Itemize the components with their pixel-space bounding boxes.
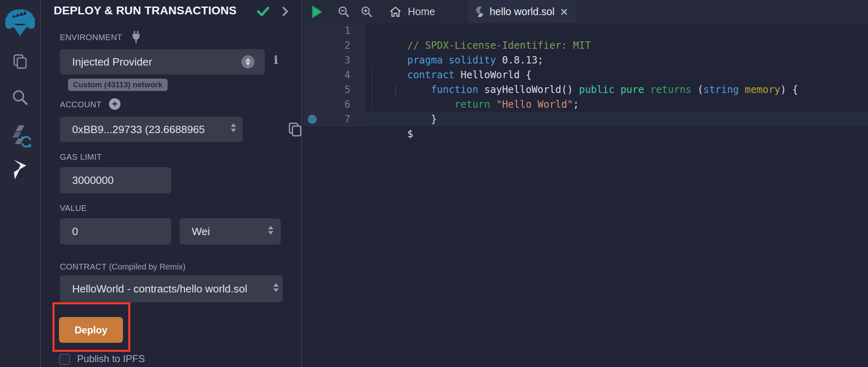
line-number: 7 [303,112,350,127]
code-token: returns [650,84,691,95]
home-tab-label: Home [408,6,435,18]
environment-select[interactable]: Injected Provider [60,49,265,75]
solidity-compiler-icon[interactable] [0,122,40,149]
plug-icon [130,30,143,44]
file-tab-label: hello world.sol [490,6,554,18]
code-line[interactable]: contract HelloWorld { [372,53,532,68]
code-line[interactable]: return "Hello World"; [372,82,579,97]
code-token [739,84,745,95]
arrow-up-icon [273,283,279,287]
account-select-stepper[interactable] [231,123,236,132]
code-token: ( [691,84,703,95]
code-token: pure [620,84,644,95]
gas-limit-label: GAS LIMIT [60,152,102,162]
value-amount: 0 [72,225,78,238]
arrow-up-icon [231,123,236,127]
zoom-out-button[interactable] [336,0,352,23]
code-token: memory [745,84,780,95]
arrow-down-icon [231,129,236,132]
line-number: 3 [303,53,350,68]
value-unit-select[interactable]: Wei [180,218,281,245]
code-token [614,84,620,95]
line-number: 5 [303,82,350,97]
solidity-file-icon [475,6,484,18]
contract-label: CONTRACT (Compiled by Remix) [60,262,186,272]
line-number: 2 [303,38,350,53]
tab-home[interactable]: Home [385,0,439,23]
arrow-up-icon [245,58,250,61]
home-icon [389,5,402,18]
remix-logo-icon[interactable] [0,2,40,38]
code-line[interactable]: } [372,97,437,112]
value-label: VALUE [60,204,87,213]
info-icon[interactable]: i [274,53,278,67]
environment-value: Injected Provider [72,56,152,68]
code-editor[interactable]: Home hello world.sol 1 2 3 4 [303,0,868,367]
search-icon[interactable] [0,88,40,107]
contract-select-stepper[interactable] [272,283,279,292]
value-input[interactable]: 0 [60,218,171,245]
current-line-highlight [366,112,868,127]
code-token: string [703,84,739,95]
account-select[interactable]: 0xBB9...29733 (23.6688965 [60,117,243,142]
arrow-down-icon [268,231,273,235]
code-token: public [579,84,615,95]
line-number: 6 [303,97,350,112]
code-token [644,84,650,95]
panel-title: DEPLOY & RUN TRANSACTIONS [54,4,236,17]
icon-rail [0,0,41,367]
copy-account-icon[interactable] [286,120,304,139]
publish-ipfs-checkbox[interactable] [59,354,70,365]
editor-tab-bar: Home hello world.sol [303,0,868,23]
code-token: $ [407,128,413,140]
play-icon [310,5,323,19]
deploy-and-run-icon[interactable] [0,158,40,181]
tab-hello-world-sol[interactable]: hello world.sol [468,0,575,23]
zoom-in-icon [360,5,374,19]
code-line[interactable]: pragma solidity 0.8.13; [372,38,543,53]
contract-label-text: CONTRACT [60,262,107,271]
remix-ide-window: DEPLOY & RUN TRANSACTIONS ENVIRONMENT In… [0,0,868,367]
code-token: "Hello World" [496,99,573,110]
check-icon [256,5,270,18]
run-script-button[interactable] [308,0,326,23]
arrow-down-icon [245,62,250,66]
close-tab-icon[interactable] [560,7,568,16]
publish-ipfs-label: Publish to IPFS [77,353,145,365]
annotation-red-box [52,302,130,352]
contract-sublabel: (Compiled by Remix) [109,262,186,271]
deploy-run-panel: DEPLOY & RUN TRANSACTIONS ENVIRONMENT In… [41,0,302,367]
zoom-out-icon [337,5,351,19]
contract-select[interactable]: HelloWorld - contracts/hello world.sol [60,275,283,302]
zoom-in-button[interactable] [359,0,375,23]
contract-value: HelloWorld - contracts/hello world.sol [72,283,247,295]
code-token: ; [573,99,579,110]
value-unit-stepper[interactable] [268,226,273,235]
arrow-down-icon [273,288,279,292]
code-line[interactable]: // SPDX-License-Identifier: MIT [372,23,591,38]
code-line[interactable]: $ [372,112,413,127]
value-unit: Wei [192,225,210,238]
network-badge: Custom (43113) network [68,79,168,91]
gas-limit-input[interactable]: 3000000 [60,167,171,193]
gas-limit-value: 3000000 [72,174,114,187]
environment-label: ENVIRONMENT [60,33,122,42]
code-line[interactable]: function sayHelloWorld() public pure ret… [372,68,798,82]
account-value: 0xBB9...29733 (23.6688965 [72,123,205,136]
line-number: 4 [303,68,350,82]
arrow-up-icon [268,226,273,229]
line-number: 1 [303,23,350,38]
account-label: ACCOUNT [60,100,102,109]
file-explorer-icon[interactable] [0,52,40,71]
code-token [490,99,496,110]
environment-select-stepper[interactable] [241,55,254,68]
panel-expand-chevron-icon[interactable] [281,6,290,17]
code-token: ) { [780,84,798,95]
add-account-icon[interactable]: + [109,98,120,110]
